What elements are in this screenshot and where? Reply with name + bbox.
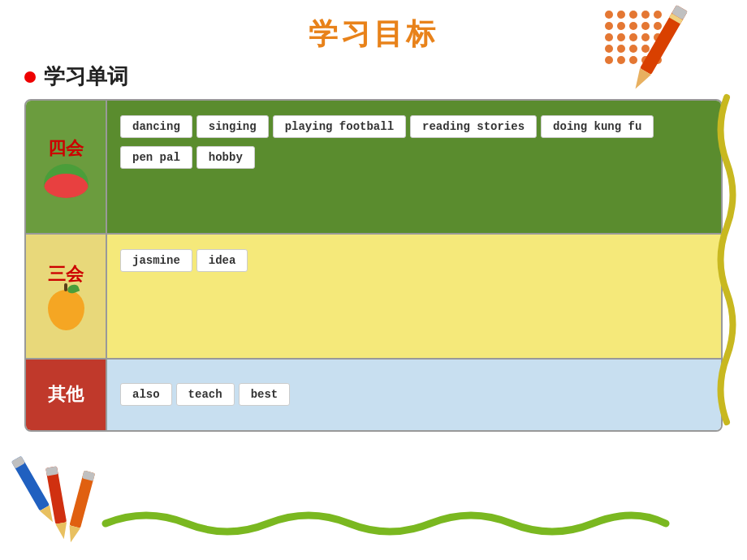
main-card: 四会 三会 其他 dancing singing playing footbal… [24, 99, 723, 432]
word-playing-football: playing football [273, 115, 406, 138]
right-column: dancing singing playing football reading… [107, 101, 721, 430]
word-singing: singing [196, 115, 269, 138]
svg-marker-30 [40, 505, 58, 524]
svg-marker-33 [55, 522, 69, 540]
word-doing-kung-fu: doing kung fu [541, 115, 654, 138]
word-best: best [239, 383, 291, 406]
page-title: 学习目标 [0, 0, 747, 54]
svg-rect-31 [11, 456, 25, 469]
qita-row1: also teach best [120, 380, 294, 409]
sanhui-words: jasmine idea [107, 233, 721, 358]
bullet-dot [24, 71, 36, 83]
word-pen-pal: pen pal [120, 146, 192, 169]
sanhui-row1: jasmine idea [120, 246, 708, 275]
word-hobby: hobby [196, 146, 255, 169]
word-reading-stories: reading stories [410, 115, 537, 138]
svg-marker-36 [65, 525, 80, 544]
word-teach: teach [176, 383, 235, 406]
sanhui-left: 三会 [26, 233, 107, 358]
sihui-words: dancing singing playing football reading… [107, 101, 721, 233]
qita-words: also teach best [107, 358, 721, 430]
left-column: 四会 三会 其他 [26, 101, 107, 430]
sihui-left: 四会 [26, 101, 107, 233]
svg-rect-35 [69, 471, 95, 528]
word-dancing: dancing [120, 115, 192, 138]
word-also: also [120, 383, 172, 406]
svg-rect-34 [45, 466, 58, 476]
qita-left: 其他 [26, 358, 107, 430]
watermelon-icon [44, 164, 89, 198]
sihui-label: 四会 [48, 136, 84, 161]
apple-icon [48, 290, 84, 330]
svg-rect-37 [82, 471, 95, 481]
word-idea: idea [196, 249, 248, 272]
bullet-section: 学习单词 [24, 62, 747, 91]
svg-rect-29 [11, 456, 50, 511]
sihui-row2: pen pal hobby [120, 143, 708, 172]
bullet-text: 学习单词 [44, 62, 128, 91]
sihui-row1: dancing singing playing football reading… [120, 112, 708, 141]
svg-rect-32 [45, 466, 67, 523]
word-jasmine: jasmine [120, 249, 192, 272]
qita-label: 其他 [48, 382, 84, 407]
